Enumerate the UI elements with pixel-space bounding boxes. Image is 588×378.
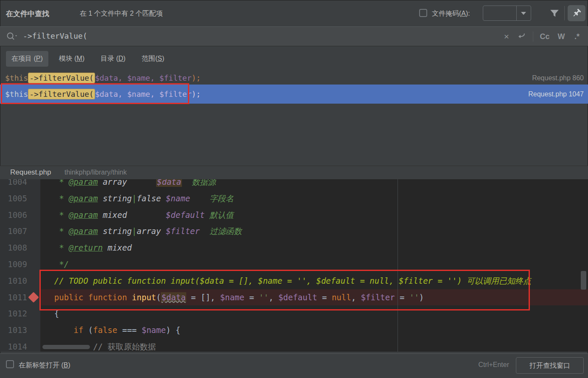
result-row-1[interactable]: $this->filterValue($data, $name, $filter…	[0, 71, 588, 85]
file-mask-combobox[interactable]	[483, 6, 531, 21]
result-location: Request.php 860	[532, 71, 584, 85]
insert-newline-icon[interactable]	[516, 31, 529, 42]
scope-tab-module[interactable]: 模块 (M)	[53, 51, 90, 67]
annotation-rectangle-results	[1, 83, 189, 104]
search-divider	[533, 31, 533, 42]
code-line-1006: 1006 * @param mixed $default 默认值	[0, 207, 588, 223]
code-line-1007: 1007 * @param string|array $filter 过滤函数	[0, 223, 588, 240]
pin-icon	[571, 8, 582, 18]
line-number: 1008	[0, 240, 27, 256]
clear-search-icon[interactable]: ×	[501, 31, 512, 42]
horizontal-scrollbar-thumb[interactable]	[42, 345, 90, 349]
search-icon[interactable]	[5, 31, 20, 42]
code-line-1005: 1005 * @param string|false $name 字段名	[0, 190, 588, 207]
preview-file-path: thinkphp/library/think	[64, 169, 127, 176]
vertical-scrollbar-thumb[interactable]	[581, 271, 586, 290]
scope-tab-scope[interactable]: 范围(S)	[136, 51, 170, 67]
line-number: 1004	[0, 179, 27, 190]
scope-tabs: 在项目 (P)模块 (M)目录 (D)范围(S)	[6, 51, 170, 67]
annotation-rectangle-code	[39, 270, 530, 310]
shortcut-hint: Ctrl+Enter	[479, 361, 509, 369]
open-in-new-tab-checkbox[interactable]	[6, 360, 14, 368]
code-preview-editor[interactable]: 1004 * @param array $data 数据源1005 * @par…	[0, 179, 588, 352]
match-summary: 在 1 个文件中有 2 个匹配项	[80, 9, 163, 18]
chevron-down-icon	[521, 12, 526, 15]
open-in-new-tab-label[interactable]: 在新标签打开 (B)	[19, 361, 70, 370]
scope-tab-project[interactable]: 在项目 (P)	[6, 51, 48, 67]
scope-tab-directory[interactable]: 目录 (D)	[95, 51, 131, 67]
line-number: 1013	[0, 322, 27, 339]
file-mask-label[interactable]: 文件掩码(A):	[432, 9, 470, 18]
search-bar: ->filterValue( × Cc W .*	[0, 26, 588, 46]
line-number: 1014	[0, 339, 27, 352]
code-line-1008: 1008 * @return mixed	[0, 240, 588, 256]
code-text: * @return mixed	[35, 240, 132, 256]
filter-icon[interactable]	[549, 8, 560, 19]
file-mask-dropdown[interactable]	[516, 6, 531, 20]
code-text: * @param mixed $default 默认值	[35, 207, 234, 223]
code-line-1004: 1004 * @param array $data 数据源	[0, 179, 588, 190]
preview-header: Request.php thinkphp/library/think	[0, 166, 588, 179]
code-text: if (false === $name) {	[35, 322, 180, 339]
right-margin-guide	[398, 179, 398, 352]
code-line-1013: 1013 if (false === $name) {	[0, 322, 588, 339]
line-number: 1005	[0, 190, 27, 207]
line-number: 1009	[0, 256, 27, 273]
line-number: 1011	[0, 289, 27, 306]
whole-words-toggle-icon[interactable]: W	[554, 31, 568, 42]
search-input[interactable]: ->filterValue(	[23, 31, 87, 40]
line-number: 1010	[0, 273, 27, 289]
file-mask-checkbox[interactable]	[419, 9, 427, 17]
pin-button[interactable]	[568, 5, 585, 21]
line-number: 1006	[0, 207, 27, 223]
preview-file-name: Request.php	[10, 168, 51, 177]
regex-toggle-icon[interactable]: .*	[570, 31, 584, 42]
header-divider	[564, 6, 565, 20]
dialog-header: 在文件中查找 在 1 个文件中有 2 个匹配项 文件掩码(A):	[0, 0, 588, 26]
dialog-title: 在文件中查找	[6, 9, 49, 19]
code-text: * @param string|array $filter 过滤函数	[35, 223, 242, 240]
result-code: $this->filterValue($data, $name, $filter…	[5, 71, 201, 85]
open-find-window-button[interactable]: 打开查找窗口	[516, 357, 584, 374]
line-number: 1007	[0, 223, 27, 240]
code-text: * @param string|false $name 字段名	[35, 190, 234, 207]
match-case-toggle-icon[interactable]: Cc	[537, 31, 552, 42]
line-number: 1012	[0, 305, 27, 322]
dialog-footer: 在新标签打开 (B) Ctrl+Enter 打开查找窗口	[0, 353, 588, 378]
code-text: * @param array $data 数据源	[35, 179, 216, 190]
result-location: Request.php 1047	[528, 85, 584, 104]
find-in-files-dialog: 在文件中查找 在 1 个文件中有 2 个匹配项 文件掩码(A):	[0, 0, 588, 378]
